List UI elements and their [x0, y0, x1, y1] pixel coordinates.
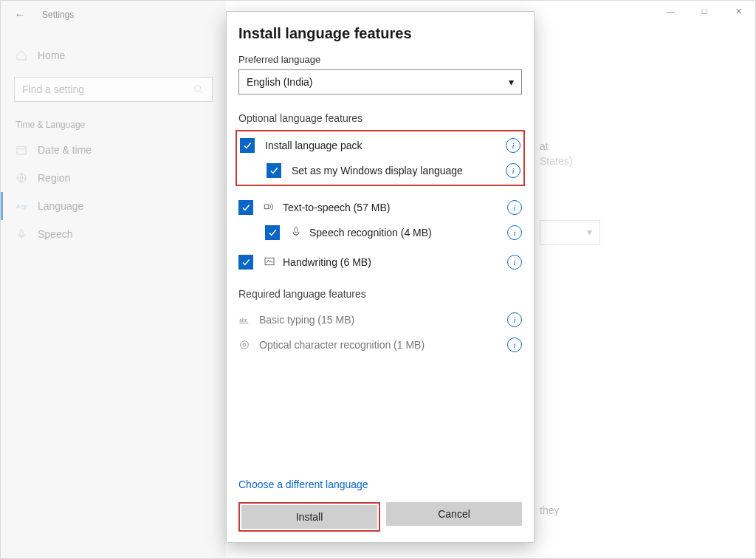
- info-icon[interactable]: i: [507, 200, 522, 215]
- svg-point-14: [243, 343, 246, 346]
- feature-speech-recognition[interactable]: Speech recognition (4 MB) i: [238, 220, 522, 245]
- typing-icon: abc: [238, 314, 250, 326]
- feature-basic-typing: abc Basic typing (15 MB) i: [238, 307, 522, 332]
- ocr-icon: [238, 339, 250, 351]
- feature-handwriting[interactable]: Handwriting (6 MB) i: [238, 250, 522, 275]
- info-icon[interactable]: i: [506, 163, 520, 178]
- preferred-language-dropdown[interactable]: English (India) ▾: [238, 69, 522, 95]
- dropdown-value: English (India): [247, 76, 313, 88]
- required-features-label: Required language features: [238, 288, 522, 300]
- feature-install-language-pack[interactable]: Install language pack i: [240, 133, 520, 158]
- checkbox-checked[interactable]: [240, 138, 255, 153]
- feature-text-to-speech[interactable]: Text-to-speech (57 MB) i: [238, 195, 522, 220]
- info-icon[interactable]: i: [507, 225, 522, 240]
- feature-label: Speech recognition (4 MB): [309, 227, 507, 239]
- install-language-dialog: Install language features Preferred lang…: [226, 11, 535, 543]
- chevron-down-icon: ▾: [509, 76, 514, 88]
- optional-features-label: Optional language features: [238, 112, 522, 124]
- feature-set-display-language[interactable]: Set as my Windows display language i: [240, 158, 520, 183]
- feature-label: Text-to-speech (57 MB): [283, 202, 507, 213]
- feature-label: Install language pack: [265, 140, 506, 151]
- checkbox-checked[interactable]: [267, 163, 281, 178]
- svg-rect-8: [264, 205, 268, 208]
- handwriting-icon: [264, 256, 275, 270]
- feature-ocr: Optical character recognition (1 MB) i: [238, 332, 522, 357]
- svg-text:abc: abc: [239, 318, 247, 323]
- checkbox-checked[interactable]: [238, 200, 253, 215]
- preferred-language-label: Preferred language: [238, 54, 522, 65]
- checkbox-checked[interactable]: [265, 225, 280, 240]
- microphone-icon: [290, 226, 302, 240]
- info-icon[interactable]: i: [506, 138, 520, 153]
- info-icon[interactable]: i: [507, 255, 522, 270]
- info-icon[interactable]: i: [507, 337, 522, 352]
- info-icon[interactable]: i: [507, 312, 522, 327]
- svg-rect-9: [295, 227, 298, 233]
- dialog-title: Install language features: [238, 25, 522, 42]
- feature-label: Basic typing (15 MB): [259, 314, 507, 326]
- tts-icon: [264, 201, 275, 215]
- feature-label: Optical character recognition (1 MB): [259, 339, 507, 351]
- checkbox-checked[interactable]: [238, 255, 253, 270]
- feature-label: Set as my Windows display language: [292, 165, 506, 176]
- cancel-button[interactable]: Cancel: [386, 502, 522, 526]
- choose-different-language-link[interactable]: Choose a different language: [238, 479, 522, 490]
- svg-point-13: [241, 341, 249, 349]
- install-button[interactable]: Install: [241, 505, 377, 529]
- feature-label: Handwriting (6 MB): [283, 256, 507, 268]
